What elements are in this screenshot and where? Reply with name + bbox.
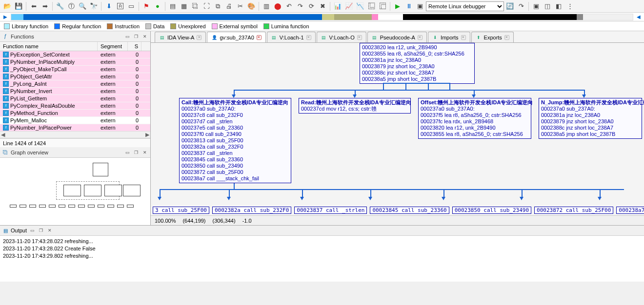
step-icon[interactable]: ↷ — [516, 1, 526, 12]
win3-icon[interactable]: ◧ — [553, 1, 564, 12]
reload-icon[interactable]: 🔄 — [504, 1, 515, 12]
function-row[interactable]: fPyMem_Mallocextern0 — [0, 117, 150, 124]
out-close-icon[interactable]: ✕ — [46, 227, 53, 234]
nav-fwd-icon[interactable]: ➡ — [40, 1, 50, 12]
gov-close-icon[interactable]: ✕ — [141, 149, 148, 156]
graph-mini-node[interactable]: 0002382a call sub_232F0 — [212, 207, 291, 214]
tab-imports[interactable]: ⬇Imports✕ — [428, 32, 470, 42]
function-row[interactable]: fPyList_GetItemextern0 — [0, 95, 150, 102]
tab-loach1[interactable]: ▤V:Loach-1✕ — [267, 32, 316, 42]
graph-mini-node[interactable]: 00023837 call _strlen — [294, 207, 367, 214]
function-row[interactable]: f_PyObject_MakeTpCallextern0 — [0, 66, 150, 73]
tab-close-icon[interactable]: ✕ — [306, 35, 311, 40]
chart2-icon[interactable]: 📈 — [343, 1, 354, 12]
functions-header-row[interactable]: Function name Segment S — [0, 42, 150, 51]
dash-icon[interactable]: ▭ — [126, 1, 137, 12]
graph-mini-node[interactable]: 00023850 call sub_23490 — [452, 207, 531, 214]
win2-icon[interactable]: ◫ — [542, 1, 553, 12]
arrow-down-icon[interactable]: ⬇ — [103, 1, 114, 12]
tab-exports[interactable]: ⬆Exports✕ — [471, 32, 514, 42]
function-row[interactable]: fPyNumber_Invertextern0 — [0, 88, 150, 95]
nav-back-icon[interactable]: ⬅ — [28, 1, 39, 12]
grid-icon[interactable]: ▦ — [179, 1, 189, 12]
close-x-icon[interactable]: ✖ — [317, 1, 328, 12]
graph-node-njump[interactable]: N_Jump:赣州上海软件开发全栈IDA专业汇编逆000237a0 sub_23… — [539, 98, 642, 139]
function-row[interactable]: fPyMethod_Functionextern0 — [0, 110, 150, 117]
text-icon[interactable]: Ⓣ — [66, 1, 77, 12]
expand-icon[interactable]: ⛶ — [201, 1, 212, 12]
box-a-icon[interactable]: 🄰 — [115, 1, 125, 12]
tab-close-icon[interactable]: ✕ — [357, 35, 362, 40]
nav-left-icon[interactable]: ▶ — [2, 14, 9, 20]
open-icon[interactable]: 📂 — [2, 1, 13, 12]
function-row[interactable]: f_PyLong_AsIntextern0 — [0, 80, 150, 88]
graph-view[interactable]: 00023820 lea r12, unk_2B949000023855 lea… — [151, 43, 644, 225]
col-function-name[interactable]: Function name — [0, 42, 98, 51]
search-icon[interactable]: 🔍 — [77, 1, 88, 12]
graph-node-call[interactable]: Call:赣州上海软件开发全栈IDA专业汇编逆向000237a0 sub_237… — [179, 98, 291, 183]
binoculars-icon[interactable]: 🔭 — [88, 1, 99, 12]
segment-bar[interactable] — [11, 14, 633, 20]
undo-icon[interactable]: ↶ — [283, 1, 294, 12]
compress-icon[interactable]: ⧉ — [212, 1, 223, 12]
pane-detach-icon[interactable]: ❐ — [133, 33, 140, 40]
col-s[interactable]: S — [128, 42, 141, 51]
flag-icon[interactable]: ⚑ — [141, 1, 152, 12]
chart1-icon[interactable]: 📊 — [332, 1, 343, 12]
tab-close-icon[interactable]: ✕ — [504, 35, 509, 40]
gov-restore-icon[interactable]: ▭ — [124, 149, 131, 156]
graph-icon[interactable]: ⿻ — [190, 1, 201, 12]
graph-mini-node[interactable]: 3 call sub_25F00 — [153, 207, 209, 214]
out-detach-icon[interactable]: ❐ — [38, 227, 44, 234]
circle-icon[interactable]: ● — [152, 1, 163, 12]
graph-node-read[interactable]: Read:赣州上海软件开发全栈IDA专业汇编逆向000237cd mov r12… — [299, 98, 411, 114]
more-icon[interactable]: ⋮ — [564, 1, 575, 12]
box1-icon[interactable]: ▥ — [261, 1, 272, 12]
pane-close-icon[interactable]: ✕ — [141, 33, 148, 40]
tab-ida-view-a[interactable]: ▤IDA View-A✕ — [155, 32, 206, 42]
list-icon[interactable]: ▤ — [167, 1, 178, 12]
tool-icon[interactable]: 🔧 — [55, 1, 65, 12]
refresh-icon[interactable]: ⟳ — [306, 1, 317, 12]
graph-mini-node[interactable]: 00023845 call sub_23360 — [370, 207, 449, 214]
graph-mini-node[interactable]: 00023872 call sub_25F00 — [534, 207, 613, 214]
win1-icon[interactable]: ▣ — [531, 1, 542, 12]
tab-loach0[interactable]: ▤V:Loach-O✕ — [317, 32, 366, 42]
palette-icon[interactable]: 🎨 — [246, 1, 257, 12]
tab-close-icon[interactable]: ✕ — [257, 35, 262, 40]
debugger-select[interactable]: Remote Linux debugger — [426, 1, 504, 11]
out-restore-icon[interactable]: ▭ — [29, 227, 36, 234]
functions-hscroll[interactable]: ◀▶ — [0, 131, 150, 138]
function-row[interactable]: fPyException_SetContextextern0 — [0, 51, 150, 58]
tab-gv-sub[interactable]: 👤gv:sub_237A0✕ — [207, 32, 265, 42]
graph-mini-node[interactable]: 000238a7 call ___stack_chk — [616, 207, 644, 214]
chart4-icon[interactable]: ⿺ — [366, 1, 377, 12]
cut-icon[interactable]: ✂ — [235, 1, 245, 12]
redo-icon[interactable]: ↷ — [295, 1, 305, 12]
stop-icon[interactable]: ▣ — [415, 1, 425, 12]
graph-overview-canvas[interactable] — [0, 158, 150, 225]
run-icon[interactable]: ▶ — [392, 1, 403, 12]
function-row[interactable]: fPyComplex_RealAsDoubleextern0 — [0, 102, 150, 110]
save-icon[interactable]: 💾 — [13, 1, 24, 12]
col-segment[interactable]: Segment — [98, 42, 128, 51]
output-body[interactable]: 2023-11-20 17:43:28.022 refreshing...202… — [0, 236, 644, 282]
chart5-icon[interactable]: ⿸ — [377, 1, 388, 12]
function-row[interactable]: fPyNumber_InPlaceMultiplyextern0 — [0, 58, 150, 66]
pane-restore-icon[interactable]: ▭ — [124, 33, 131, 40]
tab-close-icon[interactable]: ✕ — [418, 35, 423, 40]
function-row[interactable]: fPyObject_GetAttrextern0 — [0, 73, 150, 80]
tab-pseudo[interactable]: ▤Pseudocode-A✕ — [367, 32, 427, 42]
graph-node-offset[interactable]: Offset:赣州上海软件开发全栈IDA专业汇编逆向000237a0 sub_2… — [418, 98, 531, 139]
graph-node-top[interactable]: 00023820 lea r12, unk_2B949000023855 lea… — [360, 43, 475, 84]
tab-close-icon[interactable]: ✕ — [197, 35, 201, 40]
tab-close-icon[interactable]: ✕ — [461, 35, 466, 40]
record-icon[interactable]: ⬤ — [272, 1, 283, 12]
pause-icon[interactable]: ⏸ — [403, 1, 414, 12]
chart3-icon[interactable]: 📉 — [355, 1, 365, 12]
print-icon[interactable]: 🖨 — [223, 1, 234, 12]
nav-right-icon[interactable]: ◀ — [635, 14, 642, 20]
gov-detach-icon[interactable]: ❐ — [133, 149, 140, 156]
function-row[interactable]: fPyNumber_InPlacePowerextern0 — [0, 124, 150, 131]
tab-label: Imports — [441, 35, 459, 40]
